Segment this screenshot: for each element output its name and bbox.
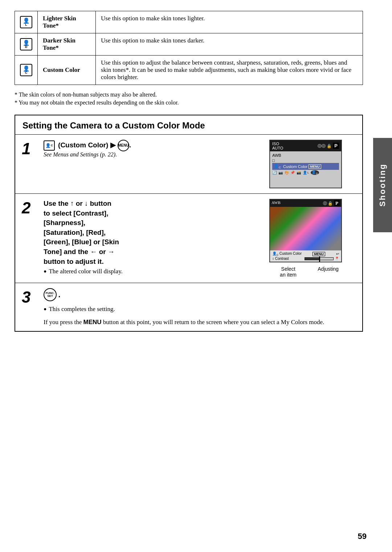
cam2-icons: Ⓞ 🔒 P (323, 200, 340, 206)
cam-row-custom-color: 👤C Custom Color MENU (272, 163, 339, 170)
cam-screen-1-body: AWB □ 👤C Custom Color MENU 🔄 📷 🎨 📌 📸 👤L (270, 151, 341, 188)
step-3-footer: If you press the MENU button at this poi… (44, 319, 356, 326)
step-1-image: ISOAUTO ⓄⓄ 🔒 P AWB □ 👤C Custom Color MEN… (269, 140, 356, 188)
step-2-bullet: The altered color will display. (44, 268, 264, 275)
darker-skin-label: Darker Skin Tone* (38, 33, 96, 56)
cam-screen-2-flower (270, 207, 341, 250)
custom-color-label: Custom Color (38, 56, 96, 85)
box-title: Setting the Camera to a Custom Color Mod… (15, 115, 362, 135)
menu-text: MENU (83, 319, 102, 326)
lighter-skin-icon: 👤L (20, 16, 32, 28)
step-1-inner: 👤C (Custom Color) ▶ MENU. See Menus and … (44, 140, 356, 188)
darker-skin-icon: 👤D (20, 38, 32, 50)
step-2-captions: Select an item Adjusting (269, 266, 349, 278)
table-row: 👤L Lighter Skin Tone* Use this option to… (15, 11, 363, 33)
cam2-bottom-row2: ↕ Contrast 📍 (272, 256, 339, 261)
cam-icons-top: ⓄⓄ 🔒 P (318, 143, 339, 149)
step-1-number: 1 (15, 135, 41, 193)
page-wrapper: Shooting 👤L Lighter Skin Tone* Use this … (0, 0, 392, 552)
cam2-custom-color-label: 👤C Custom Color (272, 252, 302, 256)
func-set-label: FUNC. SET (46, 289, 54, 300)
custom-color-desc: Use this option to adjust the balance be… (96, 56, 363, 85)
step-3-content: FUNC. SET . This completes the setting. … (41, 283, 362, 331)
cam2-return: ↩ (336, 252, 339, 256)
step-3-row: 3 FUNC. SET . This completes the set (15, 283, 362, 331)
cam2-contrast-bar: 📍 (305, 256, 339, 261)
step-2-instruction: Use the ↑ or ↓ button to select [Contras… (44, 199, 264, 266)
page-number: 59 (358, 532, 367, 541)
table-row: 👤C Custom Color Use this option to adjus… (15, 56, 363, 85)
step-2-row: 2 Use the ↑ or ↓ button to select [Contr… (15, 194, 362, 283)
step-2-text: Use the ↑ or ↓ button to select [Contras… (44, 199, 264, 275)
footnote-1: * The skin colors of non-human subjects … (15, 91, 363, 98)
caption-select-text2: an item (280, 272, 297, 278)
step-2-inner: Use the ↑ or ↓ button to select [Contras… (44, 199, 356, 278)
custom-color-step-icon: 👤C (44, 140, 55, 151)
step-1-sub: See Menus and Settings (p. 22). (44, 151, 264, 158)
step-1-content: 👤C (Custom Color) ▶ MENU. See Menus and … (41, 135, 362, 193)
instruction-box: Setting the Camera to a Custom Color Mod… (15, 115, 363, 332)
cam2-bottom-row1: 👤C Custom Color MENU ↩ (272, 252, 339, 256)
cam2-awb: AWB (271, 200, 281, 206)
caption-select-text: Select (281, 266, 295, 272)
camera-screen-2: AWB Ⓞ 🔒 P 👤C Custom Color MENU (269, 199, 342, 262)
step-3-icon-row: FUNC. SET . (44, 288, 356, 301)
cam2-menu-btn: MENU (313, 252, 325, 256)
custom-color-icon: 👤C (20, 64, 32, 76)
table-icon-cell: 👤D (15, 33, 38, 56)
cam-row-awb: AWB (272, 153, 339, 158)
menu-circle-icon: MENU (118, 140, 129, 151)
footnotes: * The skin colors of non-human subjects … (15, 91, 363, 106)
step-2-content: Use the ↑ or ↓ button to select [Contras… (41, 194, 362, 283)
cam2-contrast-label: ↕ Contrast (272, 257, 289, 261)
step-1-text: 👤C (Custom Color) ▶ MENU. See Menus and … (44, 140, 264, 158)
cam-screen-2-top: AWB Ⓞ 🔒 P (270, 200, 341, 207)
lighter-skin-label: Lighter Skin Tone* (38, 11, 96, 33)
box-title-text: Setting the Camera to a Custom Color Mod… (23, 120, 205, 130)
footnote-2: * You may not obtain the expected result… (15, 99, 363, 106)
steps-container: 1 👤C (Custom Color) ▶ MENU. See Menus an… (15, 135, 362, 331)
cam-row-square: □ (272, 158, 339, 163)
step-3-number: 3 (15, 283, 41, 331)
cam-row-icons: 🔄 📷 🎨 📌 📸 👤L 👤D (272, 170, 339, 175)
caption-select: Select an item (280, 266, 297, 278)
lighter-skin-desc: Use this option to make skin tones light… (96, 11, 363, 33)
iso-auto-label: ISOAUTO (272, 142, 283, 150)
table-row: 👤D Darker Skin Tone* Use this option to … (15, 33, 363, 56)
sidebar-tab: Shooting (373, 138, 392, 232)
feature-table: 👤L Lighter Skin Tone* Use this option to… (15, 11, 363, 85)
step-1-instruction: 👤C (Custom Color) ▶ MENU. (44, 140, 264, 151)
cam-screen-1-top: ISOAUTO ⓄⓄ 🔒 P (270, 140, 341, 151)
sidebar-label: Shooting (378, 163, 387, 207)
caption-adjusting: Adjusting (318, 266, 339, 278)
step-2-image: AWB Ⓞ 🔒 P 👤C Custom Color MENU (269, 199, 356, 278)
step-2-number: 2 (15, 194, 41, 283)
cam-screen-2-bottom: 👤C Custom Color MENU ↩ ↕ Contrast � (270, 250, 341, 262)
step-3-bullet: This completes the setting. (44, 306, 356, 313)
step-1-row: 1 👤C (Custom Color) ▶ MENU. See Menus an… (15, 135, 362, 194)
table-icon-cell: 👤C (15, 56, 38, 85)
camera-screen-1: ISOAUTO ⓄⓄ 🔒 P AWB □ 👤C Custom Color MEN… (269, 140, 342, 188)
func-set-button[interactable]: FUNC. SET (44, 288, 57, 301)
caption-adjusting-text: Adjusting (318, 266, 339, 272)
table-icon-cell: 👤L (15, 11, 38, 33)
darker-skin-desc: Use this option to make skin tones darke… (96, 33, 363, 56)
